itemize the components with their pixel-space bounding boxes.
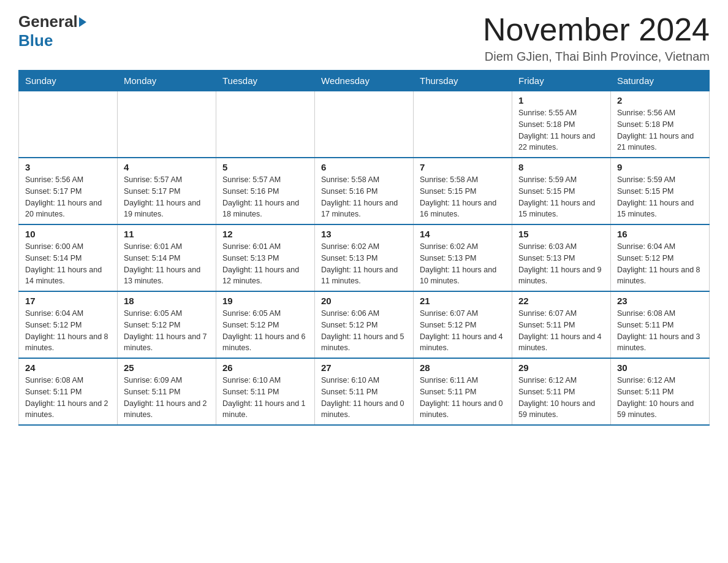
table-row: 27Sunrise: 6:10 AMSunset: 5:11 PMDayligh…: [315, 358, 414, 425]
day-number: 8: [518, 162, 604, 172]
day-info: Sunrise: 5:59 AMSunset: 5:15 PMDaylight:…: [518, 174, 604, 220]
table-row: 26Sunrise: 6:10 AMSunset: 5:11 PMDayligh…: [216, 358, 315, 425]
table-row: 10Sunrise: 6:00 AMSunset: 5:14 PMDayligh…: [19, 224, 118, 291]
table-row: 7Sunrise: 5:58 AMSunset: 5:15 PMDaylight…: [414, 158, 512, 224]
col-friday: Friday: [512, 71, 611, 91]
day-number: 9: [617, 162, 703, 172]
day-info: Sunrise: 6:02 AMSunset: 5:13 PMDaylight:…: [420, 241, 506, 287]
day-number: 22: [518, 296, 604, 306]
day-number: 19: [222, 296, 308, 306]
day-number: 4: [124, 162, 210, 172]
day-number: 16: [617, 229, 703, 239]
col-sunday: Sunday: [19, 71, 118, 91]
day-number: 28: [420, 362, 506, 373]
table-row: 30Sunrise: 6:12 AMSunset: 5:11 PMDayligh…: [611, 358, 710, 425]
table-row: 8Sunrise: 5:59 AMSunset: 5:15 PMDaylight…: [512, 158, 611, 224]
table-row: 6Sunrise: 5:58 AMSunset: 5:16 PMDaylight…: [315, 158, 414, 224]
day-info: Sunrise: 6:04 AMSunset: 5:12 PMDaylight:…: [617, 241, 703, 287]
day-info: Sunrise: 6:02 AMSunset: 5:13 PMDaylight:…: [321, 241, 407, 287]
table-row: 21Sunrise: 6:07 AMSunset: 5:12 PMDayligh…: [414, 291, 512, 358]
day-number: 10: [25, 229, 111, 239]
calendar-body: 1Sunrise: 5:55 AMSunset: 5:18 PMDaylight…: [19, 91, 710, 426]
col-thursday: Thursday: [414, 71, 512, 91]
day-info: Sunrise: 6:10 AMSunset: 5:11 PMDaylight:…: [222, 375, 308, 421]
day-info: Sunrise: 6:05 AMSunset: 5:12 PMDaylight:…: [124, 308, 210, 354]
day-number: 1: [518, 95, 604, 105]
location-subtitle: Diem GJien, Thai Binh Province, Vietnam: [483, 50, 710, 64]
calendar-week-4: 17Sunrise: 6:04 AMSunset: 5:12 PMDayligh…: [19, 291, 710, 358]
day-info: Sunrise: 6:09 AMSunset: 5:11 PMDaylight:…: [124, 375, 210, 421]
table-row: 12Sunrise: 6:01 AMSunset: 5:13 PMDayligh…: [216, 224, 315, 291]
table-row: 3Sunrise: 5:56 AMSunset: 5:17 PMDaylight…: [19, 158, 118, 224]
col-monday: Monday: [118, 71, 216, 91]
table-row: 19Sunrise: 6:05 AMSunset: 5:12 PMDayligh…: [216, 291, 315, 358]
day-info: Sunrise: 5:57 AMSunset: 5:16 PMDaylight:…: [222, 174, 308, 220]
day-info: Sunrise: 6:11 AMSunset: 5:11 PMDaylight:…: [420, 375, 506, 421]
table-row: 2Sunrise: 5:56 AMSunset: 5:18 PMDaylight…: [611, 91, 710, 158]
day-info: Sunrise: 5:56 AMSunset: 5:18 PMDaylight:…: [617, 107, 703, 153]
day-number: 30: [617, 362, 703, 373]
table-row: 20Sunrise: 6:06 AMSunset: 5:12 PMDayligh…: [315, 291, 414, 358]
day-info: Sunrise: 6:12 AMSunset: 5:11 PMDaylight:…: [518, 375, 604, 421]
day-info: Sunrise: 5:59 AMSunset: 5:15 PMDaylight:…: [617, 174, 703, 220]
logo-blue-text: Blue: [18, 31, 53, 50]
day-number: 27: [321, 362, 407, 373]
day-info: Sunrise: 6:04 AMSunset: 5:12 PMDaylight:…: [25, 308, 111, 354]
calendar-week-3: 10Sunrise: 6:00 AMSunset: 5:14 PMDayligh…: [19, 224, 710, 291]
table-row: 16Sunrise: 6:04 AMSunset: 5:12 PMDayligh…: [611, 224, 710, 291]
table-row: [118, 91, 216, 158]
day-info: Sunrise: 6:01 AMSunset: 5:13 PMDaylight:…: [222, 241, 308, 287]
table-row: 5Sunrise: 5:57 AMSunset: 5:16 PMDaylight…: [216, 158, 315, 224]
day-number: 26: [222, 362, 308, 373]
table-row: 15Sunrise: 6:03 AMSunset: 5:13 PMDayligh…: [512, 224, 611, 291]
calendar-week-5: 24Sunrise: 6:08 AMSunset: 5:11 PMDayligh…: [19, 358, 710, 425]
table-row: 1Sunrise: 5:55 AMSunset: 5:18 PMDaylight…: [512, 91, 611, 158]
day-number: 15: [518, 229, 604, 239]
table-row: [414, 91, 512, 158]
day-info: Sunrise: 5:58 AMSunset: 5:16 PMDaylight:…: [321, 174, 407, 220]
table-row: 29Sunrise: 6:12 AMSunset: 5:11 PMDayligh…: [512, 358, 611, 425]
day-info: Sunrise: 6:00 AMSunset: 5:14 PMDaylight:…: [25, 241, 111, 287]
day-info: Sunrise: 6:08 AMSunset: 5:11 PMDaylight:…: [25, 375, 111, 421]
table-row: 9Sunrise: 5:59 AMSunset: 5:15 PMDaylight…: [611, 158, 710, 224]
table-row: 25Sunrise: 6:09 AMSunset: 5:11 PMDayligh…: [118, 358, 216, 425]
day-info: Sunrise: 6:05 AMSunset: 5:12 PMDaylight:…: [222, 308, 308, 354]
table-row: 11Sunrise: 6:01 AMSunset: 5:14 PMDayligh…: [118, 224, 216, 291]
day-number: 17: [25, 296, 111, 306]
table-row: 17Sunrise: 6:04 AMSunset: 5:12 PMDayligh…: [19, 291, 118, 358]
table-row: 23Sunrise: 6:08 AMSunset: 5:11 PMDayligh…: [611, 291, 710, 358]
calendar-table: Sunday Monday Tuesday Wednesday Thursday…: [18, 70, 710, 426]
day-info: Sunrise: 6:07 AMSunset: 5:11 PMDaylight:…: [518, 308, 604, 354]
day-number: 6: [321, 162, 407, 172]
day-info: Sunrise: 6:10 AMSunset: 5:11 PMDaylight:…: [321, 375, 407, 421]
day-info: Sunrise: 5:55 AMSunset: 5:18 PMDaylight:…: [518, 107, 604, 153]
table-row: [315, 91, 414, 158]
col-tuesday: Tuesday: [216, 71, 315, 91]
day-number: 18: [124, 296, 210, 306]
calendar-header: Sunday Monday Tuesday Wednesday Thursday…: [19, 71, 710, 91]
day-number: 20: [321, 296, 407, 306]
day-number: 5: [222, 162, 308, 172]
table-row: 4Sunrise: 5:57 AMSunset: 5:17 PMDaylight…: [118, 158, 216, 224]
logo-general-text: General: [18, 12, 78, 31]
day-number: 11: [124, 229, 210, 239]
day-info: Sunrise: 6:08 AMSunset: 5:11 PMDaylight:…: [617, 308, 703, 354]
calendar-week-2: 3Sunrise: 5:56 AMSunset: 5:17 PMDaylight…: [19, 158, 710, 224]
table-row: [19, 91, 118, 158]
day-number: 13: [321, 229, 407, 239]
day-info: Sunrise: 6:03 AMSunset: 5:13 PMDaylight:…: [518, 241, 604, 287]
logo: General Blue: [18, 12, 86, 50]
page-header: General Blue November 2024 Diem GJien, T…: [18, 12, 710, 64]
day-number: 25: [124, 362, 210, 373]
month-title: November 2024: [483, 12, 710, 47]
col-wednesday: Wednesday: [315, 71, 414, 91]
logo-blue-part: [78, 17, 86, 27]
day-number: 24: [25, 362, 111, 373]
day-info: Sunrise: 6:06 AMSunset: 5:12 PMDaylight:…: [321, 308, 407, 354]
table-row: 13Sunrise: 6:02 AMSunset: 5:13 PMDayligh…: [315, 224, 414, 291]
day-number: 21: [420, 296, 506, 306]
table-row: 28Sunrise: 6:11 AMSunset: 5:11 PMDayligh…: [414, 358, 512, 425]
calendar-week-1: 1Sunrise: 5:55 AMSunset: 5:18 PMDaylight…: [19, 91, 710, 158]
day-number: 14: [420, 229, 506, 239]
day-info: Sunrise: 6:12 AMSunset: 5:11 PMDaylight:…: [617, 375, 703, 421]
